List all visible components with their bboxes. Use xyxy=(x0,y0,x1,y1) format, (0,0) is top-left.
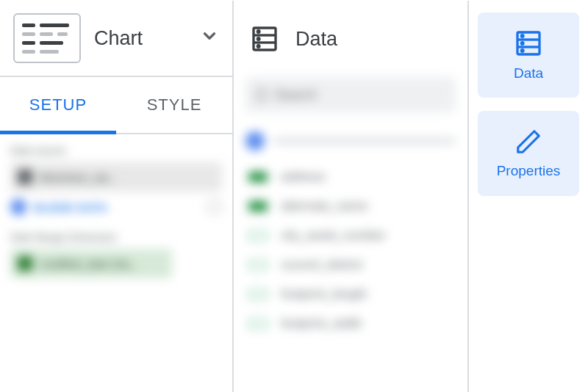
setup-body: Data source bikeshare_sta... BLEND DATA … xyxy=(0,134,232,392)
data-source-chip[interactable]: bikeshare_sta... xyxy=(10,162,222,192)
blend-label: BLEND DATA xyxy=(34,201,107,214)
field-type-icon xyxy=(248,201,268,211)
config-tabs: SETUP STYLE xyxy=(0,77,232,134)
field-row[interactable]: footprint_length xyxy=(245,287,456,302)
data-panel-title: Data xyxy=(295,28,337,51)
properties-root: Chart SETUP STYLE Data source bikeshare_… xyxy=(0,0,588,392)
right-sidebar: Data Properties xyxy=(469,1,588,392)
help-icon[interactable] xyxy=(207,200,222,214)
table-chart-icon xyxy=(13,13,81,63)
field-row[interactable]: alternate_name xyxy=(245,199,456,214)
blend-icon xyxy=(10,199,26,215)
svg-point-10 xyxy=(521,43,523,45)
field-type-icon xyxy=(248,172,268,182)
chart-panel: Chart SETUP STYLE Data source bikeshare_… xyxy=(0,1,234,392)
field-row[interactable]: address xyxy=(245,170,456,184)
tab-setup[interactable]: SETUP xyxy=(0,77,116,133)
field-search[interactable] xyxy=(245,77,456,112)
data-panel-header: Data xyxy=(234,1,467,77)
svg-point-9 xyxy=(521,35,523,37)
field-name: address xyxy=(281,170,325,184)
blend-data-row[interactable]: BLEND DATA xyxy=(10,199,222,215)
database-icon xyxy=(514,29,543,58)
data-source-value: bikeshare_sta... xyxy=(40,171,118,184)
data-body: addressalternate_namecity_asset_numberco… xyxy=(234,77,467,392)
svg-point-3 xyxy=(257,31,259,33)
datasource-icon xyxy=(18,170,32,184)
data-panel: Data addressalternate_namecity_asset_num… xyxy=(234,1,469,392)
field-type-icon xyxy=(248,231,268,241)
field-name: alternate_name xyxy=(281,199,368,214)
field-type-icon xyxy=(248,289,268,300)
source-indicator[interactable] xyxy=(245,131,456,150)
pencil-icon xyxy=(514,128,542,156)
tab-style[interactable]: STYLE xyxy=(116,77,232,133)
field-row[interactable]: council_district xyxy=(245,258,456,272)
field-name: city_asset_number xyxy=(281,228,386,243)
search-input[interactable] xyxy=(275,87,445,103)
data-source-label: Data source xyxy=(10,145,222,156)
svg-point-11 xyxy=(521,50,523,52)
field-row[interactable]: city_asset_number xyxy=(245,228,456,243)
sidebar-properties-button[interactable]: Properties xyxy=(478,111,579,196)
field-row[interactable]: footprint_width xyxy=(245,316,456,331)
source-name-placeholder xyxy=(273,139,456,143)
date-range-chip[interactable]: modified_date (Da... xyxy=(10,249,172,278)
field-name: footprint_length xyxy=(281,287,367,302)
source-dot-icon xyxy=(245,131,265,150)
date-range-value: modified_date (Da... xyxy=(40,258,139,270)
sidebar-data-button[interactable]: Data xyxy=(478,12,579,98)
chart-type-dropdown[interactable]: Chart xyxy=(0,1,232,77)
field-name: council_district xyxy=(281,258,363,272)
sidebar-properties-label: Properties xyxy=(497,163,561,179)
chart-type-label: Chart xyxy=(94,27,187,50)
field-type-icon xyxy=(248,260,268,270)
svg-point-5 xyxy=(257,46,259,48)
chevron-down-icon xyxy=(200,26,219,51)
sidebar-data-label: Data xyxy=(514,65,543,81)
field-name: footprint_width xyxy=(281,316,362,331)
svg-point-4 xyxy=(257,38,259,40)
date-range-label: Date Range Dimension xyxy=(10,231,222,243)
calendar-icon xyxy=(18,256,32,271)
field-type-icon xyxy=(248,319,268,329)
database-icon xyxy=(250,24,279,54)
search-icon xyxy=(256,88,268,101)
